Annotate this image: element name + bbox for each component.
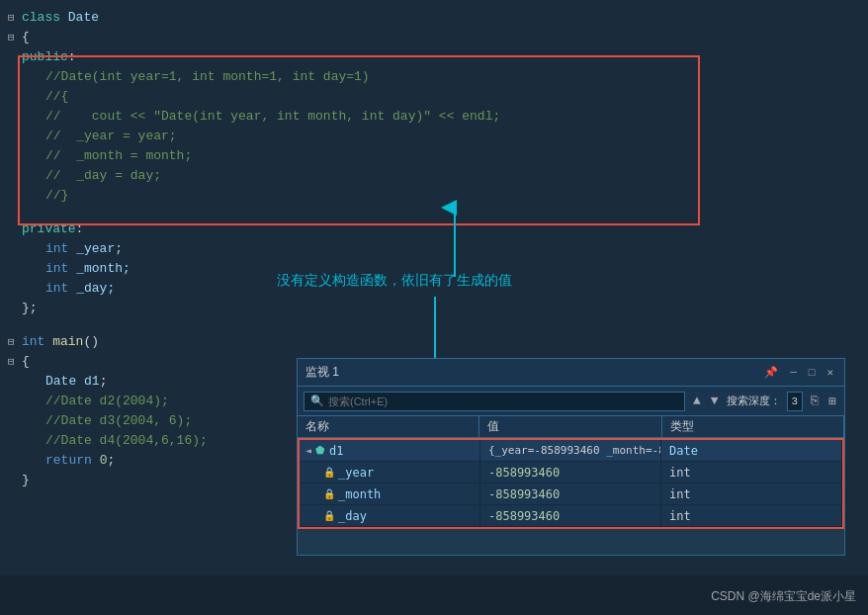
watch-type-cell: Date	[661, 440, 842, 461]
watch-pin-button[interactable]: 📌	[761, 366, 781, 379]
identifier: d1	[84, 372, 100, 392]
depth-label: 搜索深度：	[727, 394, 781, 408]
keyword: int	[22, 259, 68, 279]
comment: // _year = year;	[22, 127, 177, 146]
identifier: _month;	[68, 259, 130, 279]
col-header-type: 类型	[662, 416, 844, 437]
watch-value-cell: -858993460	[480, 483, 661, 504]
variable-type: int	[669, 487, 691, 501]
variable-name: _year	[338, 466, 374, 480]
lock-icon: 🔒	[323, 467, 335, 478]
search-up-icon[interactable]: ▲	[691, 392, 703, 410]
watch-table-body: ◄ ⬟ d1 {_year=-858993460 _month=-8589934…	[298, 438, 844, 555]
comment: //{	[22, 87, 68, 107]
search-down-icon[interactable]: ▼	[709, 392, 721, 410]
function-name: main	[52, 332, 83, 352]
operator: }	[22, 471, 30, 490]
operator: ;	[100, 372, 108, 392]
col-header-name: 名称	[298, 416, 479, 437]
grid-icon[interactable]: ⊞	[826, 392, 838, 411]
keyword: return	[22, 451, 92, 471]
watch-table: 名称 值 类型 ◄ ⬟ d1 {_year=-858993460 _month=…	[298, 416, 844, 555]
depth-number: 3	[792, 395, 799, 407]
keyword: private	[22, 220, 76, 239]
table-row[interactable]: 🔒 _month -858993460 int	[300, 483, 842, 505]
identifier: _day;	[68, 279, 115, 299]
identifier: Date	[22, 372, 84, 392]
code-line: ⊟ {	[0, 28, 868, 47]
collapse-icon[interactable]: ⊟	[8, 28, 20, 47]
collapse-icon[interactable]: ⊟	[8, 332, 20, 352]
operator: :	[68, 47, 76, 67]
code-line: //{	[0, 87, 868, 107]
code-line: private:	[0, 220, 868, 239]
plain	[44, 332, 52, 352]
lock-icon: 🔒	[323, 488, 335, 499]
code-line: ⊟ int main()	[0, 332, 868, 352]
variable-name: _day	[338, 509, 367, 523]
operator: {	[22, 28, 30, 47]
collapse-icon[interactable]: ⊟	[8, 8, 20, 28]
table-row[interactable]: ◄ ⬟ d1 {_year=-858993460 _month=-8589934…	[300, 440, 842, 462]
copy-icon[interactable]: ⎘	[809, 392, 821, 410]
watch-type-cell: int	[661, 505, 842, 526]
collapse-icon[interactable]: ⊟	[8, 352, 20, 372]
code-line: // _day = day;	[0, 166, 868, 186]
code-line	[0, 318, 868, 332]
watch-name-cell: 🔒 _year	[300, 462, 480, 483]
variable-value: -858993460	[488, 509, 560, 523]
keyword: int	[22, 239, 68, 259]
watch-close-button[interactable]: ✕	[824, 366, 836, 379]
comment: //Date d4(2004,6,16);	[22, 431, 208, 451]
code-line: // _year = year;	[0, 127, 868, 146]
variable-value: -858993460	[488, 487, 560, 501]
keyword: class	[22, 8, 68, 28]
watch-type-cell: int	[661, 483, 842, 504]
watch-name-cell: 🔒 _day	[300, 505, 480, 526]
variable-name: _month	[338, 487, 381, 501]
operator: };	[22, 299, 38, 318]
expand-icon[interactable]: ◄	[305, 445, 311, 456]
lock-icon: 🔒	[323, 510, 335, 521]
watch-value-cell: -858993460	[480, 505, 661, 526]
watch-name-cell: ◄ ⬟ d1	[300, 440, 480, 461]
operator: ()	[83, 332, 99, 352]
table-row[interactable]: 🔒 _day -858993460 int	[300, 505, 842, 527]
code-line: int _month;	[0, 259, 868, 279]
code-line: //}	[0, 186, 868, 206]
code-line: int _year;	[0, 239, 868, 259]
identifier: _year;	[68, 239, 123, 259]
watch-minimize-button[interactable]: ─	[787, 367, 800, 379]
depth-value: 3	[787, 392, 804, 411]
table-row[interactable]: 🔒 _year -858993460 int	[300, 462, 842, 483]
comment: //Date d3(2004, 6);	[22, 411, 192, 431]
watch-toolbar: 🔍 ▲ ▼ 搜索深度： 3 ⎘ ⊞	[298, 387, 844, 416]
comment: //}	[22, 186, 68, 206]
comment: //Date d2(2004);	[22, 392, 169, 411]
search-input[interactable]	[328, 395, 678, 407]
keyword: int	[22, 332, 44, 352]
watch-table-header: 名称 值 类型	[298, 416, 844, 438]
number: 0	[100, 451, 108, 471]
code-line: // cout << "Date(int year, int month, in…	[0, 107, 868, 127]
watch-titlebar: 监视 1 📌 ─ □ ✕	[298, 359, 844, 387]
watermark-text: CSDN @海绵宝宝de派小星	[711, 589, 856, 603]
object-icon: ⬟	[315, 444, 325, 457]
keyword: int	[22, 279, 68, 299]
watch-maximize-button[interactable]: □	[806, 367, 819, 379]
variable-value: -858993460	[488, 466, 560, 480]
watch-value-cell: {_year=-858993460 _month=-858993460 _day…	[480, 440, 661, 461]
variable-name: d1	[329, 444, 343, 458]
comment: // _month = month;	[22, 146, 192, 166]
operator: :	[76, 220, 84, 239]
code-line: ⊟ class Date	[0, 8, 868, 28]
comment: // cout << "Date(int year, int month, in…	[22, 107, 500, 127]
code-line	[0, 206, 868, 220]
comment: //Date(int year=1, int month=1, int day=…	[22, 67, 370, 87]
plain	[92, 451, 100, 471]
search-box[interactable]: 🔍	[304, 392, 685, 411]
code-line: // _month = month;	[0, 146, 868, 166]
watch-type-cell: int	[661, 462, 842, 483]
code-line: //Date(int year=1, int month=1, int day=…	[0, 67, 868, 87]
col-header-value: 值	[479, 416, 661, 437]
